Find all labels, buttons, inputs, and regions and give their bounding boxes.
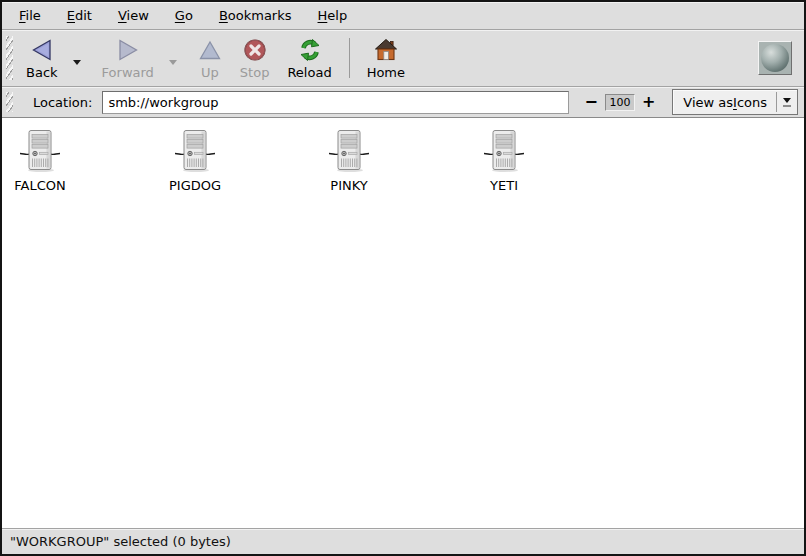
location-label: Location:: [33, 95, 92, 110]
status-text: "WORKGROUP" selected (0 bytes): [10, 534, 231, 549]
server-item-falcon[interactable]: FALCON: [4, 128, 76, 193]
server-label: PINKY: [330, 178, 367, 193]
view-mode-dropdown[interactable]: View as Icons: [672, 89, 798, 115]
view-mode-label: View as Icons: [673, 90, 776, 114]
server-item-yeti[interactable]: YETI: [468, 128, 540, 193]
back-label: Back: [26, 65, 58, 80]
throbber: [758, 41, 792, 75]
icon-view[interactable]: FALCON PIGDOG PINKY YETI: [2, 118, 804, 529]
server-item-pigdog[interactable]: PIGDOG: [159, 128, 231, 193]
file-manager-window: File Edit View Go Bookmarks Help Back Fo…: [0, 0, 806, 556]
throbber-sphere-icon: [761, 44, 789, 72]
location-bar-grip-handle[interactable]: [6, 92, 13, 112]
home-icon: [374, 37, 398, 63]
server-icon: [20, 128, 60, 174]
location-input[interactable]: [102, 91, 569, 114]
toolbar: Back Forward Up Stop: [2, 30, 804, 87]
up-button[interactable]: Up: [190, 32, 230, 84]
zoom-out-button[interactable]: −: [577, 92, 604, 111]
menu-go[interactable]: Go: [162, 4, 206, 28]
menu-bar: File Edit View Go Bookmarks Help: [2, 2, 804, 30]
home-button[interactable]: Home: [359, 32, 413, 84]
toolbar-separator: [349, 38, 350, 78]
forward-label: Forward: [102, 65, 154, 80]
reload-button[interactable]: Reload: [279, 32, 339, 84]
stop-label: Stop: [240, 65, 270, 80]
server-label: PIGDOG: [169, 178, 221, 193]
forward-history-dropdown[interactable]: [163, 32, 183, 84]
menu-bookmarks[interactable]: Bookmarks: [206, 4, 305, 28]
server-icon: [329, 128, 369, 174]
status-bar: "WORKGROUP" selected (0 bytes): [2, 529, 804, 554]
stop-icon: [243, 37, 267, 63]
menu-edit[interactable]: Edit: [54, 4, 105, 28]
forward-arrow-icon: [116, 37, 140, 63]
menu-view[interactable]: View: [105, 4, 162, 28]
back-button[interactable]: Back: [18, 32, 66, 84]
server-icon: [175, 128, 215, 174]
back-history-dropdown[interactable]: [67, 32, 87, 84]
up-arrow-icon: [198, 37, 222, 63]
server-label: FALCON: [14, 178, 65, 193]
chevron-down-icon: [73, 60, 81, 65]
chevron-down-icon: [169, 60, 177, 65]
stop-button[interactable]: Stop: [232, 32, 278, 84]
back-arrow-icon: [30, 37, 54, 63]
toolbar-spacer: [414, 32, 758, 84]
server-icon: [484, 128, 524, 174]
reload-label: Reload: [287, 65, 331, 80]
zoom-in-button[interactable]: +: [635, 92, 662, 111]
menu-file[interactable]: File: [6, 4, 54, 28]
toolbar-grip-handle[interactable]: [6, 36, 13, 80]
dropdown-arrow-icon: [777, 90, 797, 114]
home-label: Home: [367, 65, 405, 80]
server-label: YETI: [490, 178, 518, 193]
reload-icon: [298, 37, 322, 63]
server-item-pinky[interactable]: PINKY: [313, 128, 385, 193]
zoom-level-indicator[interactable]: 100: [605, 94, 635, 111]
menu-help[interactable]: Help: [305, 4, 361, 28]
forward-button[interactable]: Forward: [94, 32, 162, 84]
up-label: Up: [201, 65, 219, 80]
location-bar: Location: − 100 + View as Icons: [2, 87, 804, 118]
